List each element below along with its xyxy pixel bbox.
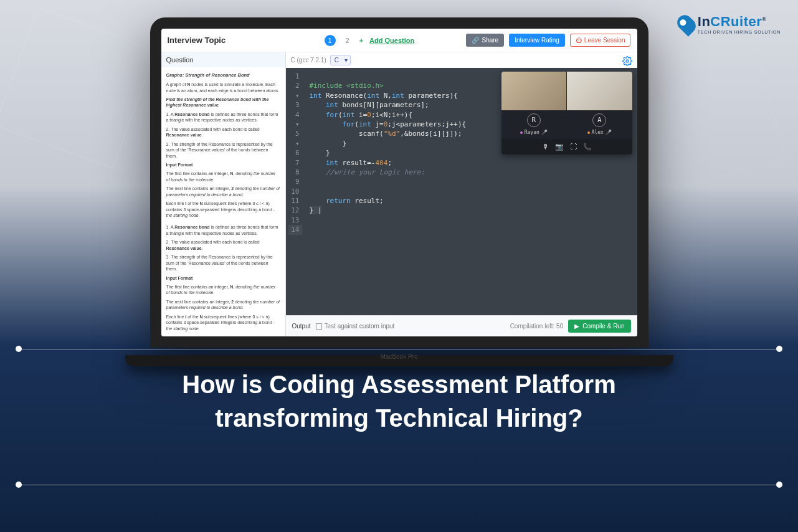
code-content[interactable]: #include <stdio.h> int Resonance(int N,i… — [305, 68, 472, 315]
editor-panel: C (gcc 7.2.1) C 12 ▾34 ▾5 ▾6789101112131… — [286, 52, 637, 336]
input-format-head: Input Format — [166, 162, 280, 168]
add-question-link[interactable]: Add Question — [369, 37, 414, 44]
video-tile-1 — [501, 72, 567, 110]
share-button[interactable]: 🔗 Share — [466, 34, 504, 47]
language-dropdown[interactable]: C — [330, 55, 351, 65]
participant-2: A Alex 🎤 — [567, 110, 632, 139]
input-line-2: The next line contains an integer, 2 den… — [166, 186, 280, 197]
svg-point-0 — [626, 60, 629, 62]
input-line-3: Each line i of the N subsequent lines (w… — [166, 201, 280, 218]
def-1: 1. A Resonance bond is defined as three … — [166, 112, 280, 123]
video-call-widget[interactable]: R Rayan 🎤 A Alex 🎤 🎙 📷 — [501, 72, 632, 154]
editor-footer: Output Test against custom input Compila… — [286, 315, 637, 336]
problem-task: Find the strength of the Resonance bond … — [166, 97, 280, 108]
output-label: Output — [292, 323, 311, 330]
play-icon: ▶ — [574, 323, 579, 330]
laptop-brand: MacBook Pro — [380, 353, 417, 360]
question-nav: 1 2 + Add Question — [325, 35, 415, 46]
brand-logo: InCRuiter® TECH DRIVEN HIRING SOLUTION — [679, 14, 781, 34]
problem-title: Graphs: Strength of Resonance Bond — [166, 72, 280, 78]
input-line-1-dup: The first line contains an integer, N, d… — [166, 284, 280, 296]
divider-top — [19, 349, 779, 349]
laptop-frame: Interview Topic 1 2 + Add Question 🔗 Sha… — [150, 17, 648, 366]
leave-session-button[interactable]: ⏻ Leave Session — [570, 34, 631, 47]
question-1-tab[interactable]: 1 — [325, 35, 336, 46]
divider-bottom — [19, 485, 779, 485]
compiler-label: C (gcc 7.2.1) — [291, 57, 326, 64]
participant-1: R Rayan 🎤 — [501, 110, 567, 139]
def-2-dup: 2. The value associated with each bond i… — [166, 239, 280, 251]
question-heading: Question — [161, 52, 285, 67]
gear-icon[interactable] — [622, 56, 632, 69]
input-line-1: The first line contains an integer, N, d… — [166, 171, 280, 183]
input-line-3-dup: Each line i of the N subsequent lines (w… — [166, 314, 280, 331]
line-gutter: 12 ▾34 ▾5 ▾67891011121314 — [286, 68, 305, 315]
rating-button[interactable]: Interview Rating — [509, 34, 565, 47]
question-panel: Question Graphs: Strength of Resonance B… — [161, 52, 286, 336]
camera-toggle-icon[interactable]: 📷 — [555, 142, 564, 151]
interview-app: Interview Topic 1 2 + Add Question 🔗 Sha… — [161, 29, 637, 336]
hangup-icon[interactable]: 📞 — [583, 142, 592, 151]
fullscreen-icon[interactable]: ⛶ — [570, 142, 577, 151]
mic-icon: 🎤 — [541, 129, 548, 136]
def-3: 3. The strength of the Resonance is repr… — [166, 141, 280, 159]
mic-icon: 🎤 — [606, 129, 612, 136]
def-2: 2. The value associated with each bond i… — [166, 126, 280, 138]
avatar-2: A — [592, 113, 606, 127]
mic-toggle-icon[interactable]: 🎙 — [542, 142, 549, 151]
top-bar: Interview Topic 1 2 + Add Question 🔗 Sha… — [161, 29, 637, 52]
code-editor[interactable]: 12 ▾34 ▾5 ▾67891011121314 #include <stdi… — [286, 68, 637, 315]
power-icon: ⏻ — [576, 37, 582, 44]
question-2-tab[interactable]: 2 — [342, 35, 353, 46]
marketing-headline: How is Coding Assessment Platform transf… — [0, 368, 798, 435]
avatar-1: R — [527, 113, 541, 127]
def-3-dup: 3. The strength of the Resonance is repr… — [166, 254, 280, 272]
input-format-head-dup: Input Format — [166, 275, 280, 281]
link-icon: 🔗 — [472, 37, 479, 44]
compile-run-button[interactable]: ▶ Compile & Run — [568, 320, 630, 333]
problem-desc: A graph of N nodes is used to simulate a… — [166, 82, 280, 93]
def-1-dup: 1. A Resonance bond is defined as three … — [166, 224, 280, 236]
video-tile-2 — [567, 72, 632, 110]
add-plus-icon: + — [359, 37, 363, 44]
input-line-2-dup: The next line contains an integer, 2 den… — [166, 299, 280, 311]
language-bar: C (gcc 7.2.1) C — [286, 52, 637, 68]
checkbox-icon — [316, 323, 322, 330]
compilation-count: Compilation left: 50 — [510, 323, 564, 330]
custom-input-checkbox[interactable]: Test against custom input — [316, 323, 395, 330]
topbar-title: Interview Topic — [168, 36, 226, 45]
